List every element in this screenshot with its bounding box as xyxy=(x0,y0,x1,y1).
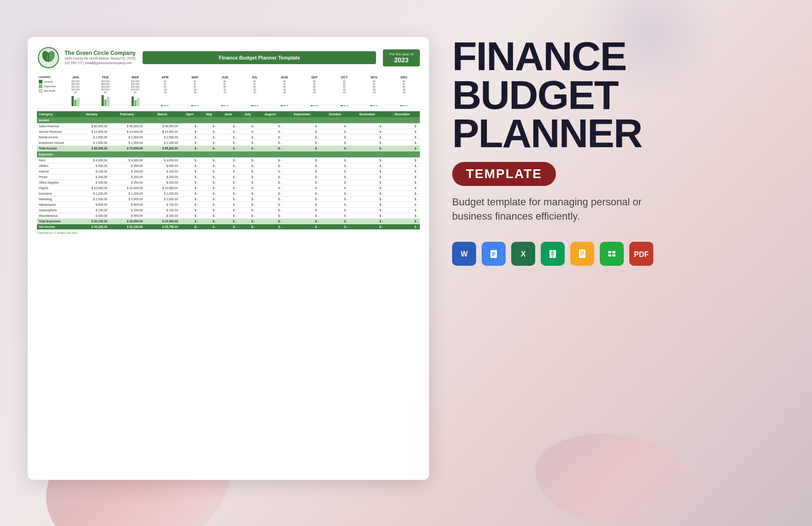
company-info: The Green Circle Company 3433 County Rd … xyxy=(37,46,136,69)
icon-pages xyxy=(570,242,594,266)
legend-income-color xyxy=(39,80,42,84)
icon-word: W xyxy=(452,242,476,266)
icon-pdf: PDF xyxy=(629,242,653,266)
chart-feb: FEB $60,000$60,000$40,000$20,000$0 xyxy=(91,76,119,106)
main-title: FINANCE BUDGET PLANNER xyxy=(452,37,784,153)
legend-netprofit: Net Profit xyxy=(39,89,56,93)
col-sep: September xyxy=(284,111,321,117)
format-icons-row: W X xyxy=(452,242,784,266)
icon-google-sheets xyxy=(541,242,565,266)
legend-income-label: Income xyxy=(44,80,53,83)
section-header-expenses: Expenses xyxy=(37,151,420,158)
icon-excel: X xyxy=(511,242,535,266)
year-box: For the year of 2023 xyxy=(383,49,420,66)
icon-google-docs xyxy=(482,242,506,266)
svg-rect-29 xyxy=(612,254,615,257)
decorative-blob-bottom-right xyxy=(535,434,697,526)
col-mar: March xyxy=(144,111,180,117)
table-row: Payroll$ 10,000.00$ 10,000.00$ 10,000.00… xyxy=(37,185,420,191)
chart-legend: LEGEND: Income Expenses Net Profit xyxy=(39,76,60,106)
svg-rect-26 xyxy=(608,251,611,253)
svg-text:PDF: PDF xyxy=(634,251,649,258)
doc-header: The Green Circle Company 3433 County Rd … xyxy=(37,46,420,69)
section-header-income: Income xyxy=(37,117,420,124)
table-row: Maintenance$ 800.00$ 900.00$ 700.00$ -$ … xyxy=(37,202,420,208)
title-line2: BUDGET xyxy=(452,76,784,114)
svg-rect-28 xyxy=(608,254,611,257)
legend-expenses: Expenses xyxy=(39,84,56,88)
col-jun: June xyxy=(218,111,239,117)
copyright-text: COPYRIGHT © TEMPLATE.NET xyxy=(37,232,420,234)
legend-expenses-label: Expenses xyxy=(44,85,56,88)
col-aug: August xyxy=(257,111,283,117)
table-row: Office Supplies$ 300.00$ 250.00$ 200.00$… xyxy=(37,180,420,185)
table-row: Insurance$ 1,200.00$ 1,200.00$ 1,200.00$… xyxy=(37,191,420,197)
svg-rect-23 xyxy=(580,253,584,254)
table-row: Rent$ 4,000.00$ 4,000.00$ 4,000.00$ -$ -… xyxy=(37,158,420,163)
doc-title: Finance Budget Planner Template xyxy=(143,51,376,64)
svg-rect-22 xyxy=(580,251,584,252)
chart-jul: JUL $1$1$0-$1-$1 xyxy=(241,76,269,106)
col-dec: December xyxy=(385,111,420,117)
table-row: Marketing$ 2,500.00$ 3,000.00$ 2,000.00$… xyxy=(37,197,420,202)
total-row-income: Total Income$ 65,500.00$ 73,000.00$ 65,2… xyxy=(37,146,420,151)
col-apr: April xyxy=(180,111,200,117)
chart-jun: JUN $1$1$0-$1-$1 xyxy=(211,76,239,106)
table-row: Subscriptions$ 150.00$ 150.00$ 150.00$ -… xyxy=(37,208,420,213)
svg-text:X: X xyxy=(521,250,526,258)
table-row: Internet$ 100.00$ 100.00$ 100.00$ -$ -$ … xyxy=(37,169,420,174)
chart-oct: OCT $1$1$0-$1-$1 xyxy=(330,76,358,106)
col-oct: October xyxy=(321,111,350,117)
document-card: The Green Circle Company 3433 County Rd … xyxy=(28,37,429,480)
company-address: 3433 County Rd #1436 Athens, Texas(TX), … xyxy=(65,56,136,61)
chart-dec: DEC $1$1$0-$1-$1 xyxy=(390,76,418,106)
title-line3: PLANNER xyxy=(452,114,784,153)
legend-income: Income xyxy=(39,80,56,84)
table-row: Phone$ 200.00$ 200.00$ 200.00$ -$ -$ -$ … xyxy=(37,174,420,180)
chart-aug: AUG $1$1$0-$1-$1 xyxy=(270,76,299,106)
company-name: The Green Circle Company xyxy=(65,50,136,56)
col-jan: January xyxy=(74,111,109,117)
svg-rect-27 xyxy=(612,251,615,253)
company-logo-icon xyxy=(37,46,60,69)
legend-expenses-color xyxy=(39,84,42,88)
chart-jan: JAN $60,000$60,000$40,000$20,000$0 xyxy=(61,76,90,106)
chart-may: MAY $1$1$0-$1-$1 xyxy=(181,76,209,106)
net-income-row: Net Income$ 45,350.00$ 52,150.00$ 45,750… xyxy=(37,224,420,230)
mini-charts-section: LEGEND: Income Expenses Net Profit JAN $… xyxy=(37,74,420,108)
table-row: Investment Income$ 1,000.00$ 1,500.00$ 1… xyxy=(37,140,420,146)
company-contact: 222 555 777 | email@greencirclecompany.c… xyxy=(65,61,136,66)
table-row: Rental Income$ 2,500.00$ 2,500.00$ 2,500… xyxy=(37,135,420,140)
col-jul: July xyxy=(239,111,257,117)
chart-mar: MAR $60,000$60,000$40,000$20,000$0 xyxy=(121,76,149,106)
chart-nov: NOV $1$1$0-$1-$1 xyxy=(360,76,388,106)
svg-text:W: W xyxy=(460,250,468,258)
total-row-expenses: Total Expenses$ 20,150.00$ 20,850.00$ 19… xyxy=(37,219,420,224)
legend-netprofit-label: Net Profit xyxy=(44,90,55,92)
chart-sep: SEP $1$1$0-$1-$1 xyxy=(300,76,328,106)
table-row: Utilities$ 500.00$ 550.00$ 600.00$ -$ -$… xyxy=(37,163,420,169)
svg-rect-24 xyxy=(580,255,583,256)
legend-netprofit-color xyxy=(39,89,42,93)
col-may: May xyxy=(200,111,218,117)
col-category: Category xyxy=(37,111,74,117)
svg-rect-25 xyxy=(605,247,618,260)
table-row: Miscellaneous$ 400.00$ 500.00$ 300.00$ -… xyxy=(37,213,420,219)
title-line1: FINANCE xyxy=(452,37,784,76)
budget-table: Category January February March April Ma… xyxy=(37,111,420,230)
col-feb: February xyxy=(109,111,145,117)
col-nov: November xyxy=(350,111,385,117)
right-panel: FINANCE BUDGET PLANNER TEMPLATE Budget t… xyxy=(452,37,784,266)
table-row: Service Revenue$ 12,000.00$ 14,000.00$ 1… xyxy=(37,129,420,135)
table-row: Sales Revenue$ 50,000.00$ 55,000.00$ 48,… xyxy=(37,124,420,129)
year-value: 2023 xyxy=(388,56,414,64)
description-text: Budget template for managing personal or… xyxy=(452,195,683,224)
year-label: For the year of xyxy=(388,52,414,56)
icon-numbers xyxy=(600,242,624,266)
template-badge: TEMPLATE xyxy=(452,162,556,186)
chart-apr: APR $1$1$0-$1-$1 xyxy=(151,76,179,106)
